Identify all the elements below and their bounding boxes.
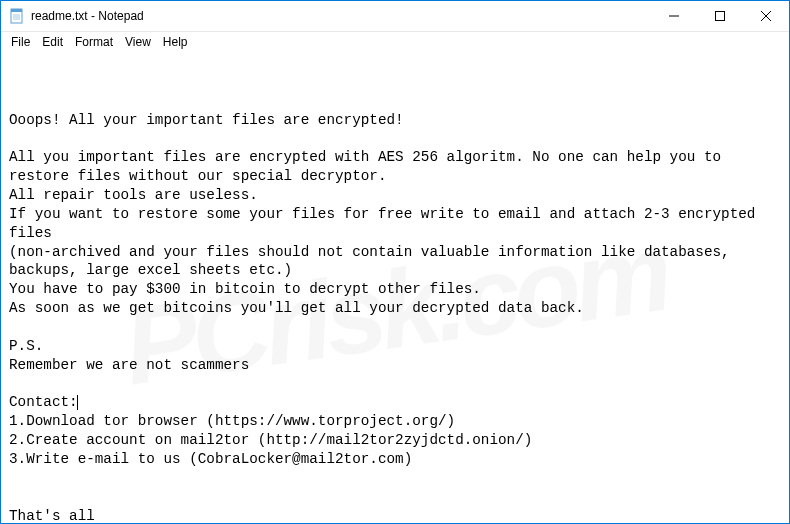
menu-file[interactable]: File (5, 34, 36, 50)
menu-edit[interactable]: Edit (36, 34, 69, 50)
minimize-icon (669, 11, 679, 21)
text-caret (77, 395, 78, 410)
menu-help[interactable]: Help (157, 34, 194, 50)
svg-rect-1 (11, 9, 22, 12)
line: All repair tools are useless. (9, 187, 258, 203)
close-icon (761, 11, 771, 21)
line: P.S. (9, 338, 43, 354)
maximize-icon (715, 11, 725, 21)
notepad-app-icon (9, 8, 25, 24)
close-button[interactable] (743, 1, 789, 31)
menu-format[interactable]: Format (69, 34, 119, 50)
line: You have to pay $300 in bitcoin to decry… (9, 281, 481, 297)
titlebar: readme.txt - Notepad (1, 1, 789, 32)
document-body: Ooops! All your important files are encr… (9, 111, 781, 524)
menu-view[interactable]: View (119, 34, 157, 50)
line: Contact: (9, 394, 78, 410)
window-title: readme.txt - Notepad (31, 9, 651, 23)
menubar: File Edit Format View Help (1, 32, 789, 52)
minimize-button[interactable] (651, 1, 697, 31)
line: 2.Create account on mail2tor (http://mai… (9, 432, 532, 448)
line: 3.Write e-mail to us (CobraLocker@mail2t… (9, 451, 412, 467)
line: If you want to restore some your files f… (9, 206, 764, 241)
text-area[interactable]: PCrisk.com Ooops! All your important fil… (1, 52, 789, 524)
line: 1.Download tor browser (https://www.torp… (9, 413, 455, 429)
line: Remember we are not scammers (9, 357, 249, 373)
line: (non-archived and your files should not … (9, 244, 738, 279)
svg-rect-6 (716, 12, 725, 21)
line: That's all (9, 508, 95, 524)
maximize-button[interactable] (697, 1, 743, 31)
line: Ooops! All your important files are encr… (9, 112, 404, 128)
line: All you important files are encrypted wi… (9, 149, 730, 184)
window-controls (651, 1, 789, 31)
line: As soon as we get bitcoins you'll get al… (9, 300, 584, 316)
